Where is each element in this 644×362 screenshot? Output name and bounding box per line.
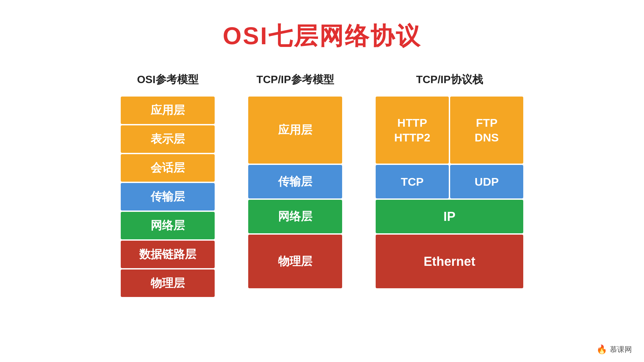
osi-layer-session: 会话层: [121, 154, 215, 182]
osi-layer-stack: 应用层 表示层 会话层 传输层 网络层 数据链路层 物理层: [121, 97, 215, 297]
watermark-text: 慕课网: [610, 345, 632, 355]
osi-layer-physical: 物理层: [121, 269, 215, 297]
proto-ftp-block: FTP DNS: [450, 97, 523, 164]
proto-column: TCP/IP协议栈 HTTP HTTP2 FTP DNS TCP UDP: [376, 72, 523, 288]
proto-http-block: HTTP HTTP2: [376, 97, 449, 164]
tcpip-layer-physical: 物理层: [248, 235, 342, 288]
osi-layer-application: 应用层: [121, 97, 215, 124]
tcpip-layer-transport: 传输层: [248, 165, 342, 198]
tcpip-column: TCP/IP参考模型 应用层 传输层 网络层 物理层: [248, 72, 342, 288]
tcpip-layer-stack: 应用层 传输层 网络层 物理层: [248, 97, 342, 288]
watermark: 🔥 慕课网: [596, 344, 632, 355]
osi-column: OSI参考模型 应用层 表示层 会话层 传输层 网络层 数据链路层 物理层: [121, 72, 215, 297]
proto-tcp-block: TCP: [376, 165, 449, 198]
osi-layer-network: 网络层: [121, 212, 215, 239]
proto-app-row: HTTP HTTP2 FTP DNS: [376, 97, 523, 164]
tcpip-layer-network: 网络层: [248, 200, 342, 233]
proto-ethernet-block: Ethernet: [376, 235, 523, 288]
columns-container: OSI参考模型 应用层 表示层 会话层 传输层 网络层 数据链路层 物理层 TC…: [0, 72, 644, 297]
osi-layer-transport: 传输层: [121, 183, 215, 210]
tcpip-layer-application: 应用层: [248, 97, 342, 164]
page-title: OSI七层网络协议: [0, 0, 644, 72]
osi-column-title: OSI参考模型: [137, 72, 198, 87]
proto-layer-stack: HTTP HTTP2 FTP DNS TCP UDP IP Ethernet: [376, 97, 523, 288]
proto-column-title: TCP/IP协议栈: [416, 72, 483, 87]
osi-layer-datalink: 数据链路层: [121, 241, 215, 268]
proto-transport-row: TCP UDP: [376, 165, 523, 198]
tcpip-column-title: TCP/IP参考模型: [256, 72, 334, 87]
proto-udp-block: UDP: [450, 165, 523, 198]
proto-ip-block: IP: [376, 200, 523, 233]
flame-icon: 🔥: [596, 344, 607, 355]
osi-layer-presentation: 表示层: [121, 125, 215, 153]
